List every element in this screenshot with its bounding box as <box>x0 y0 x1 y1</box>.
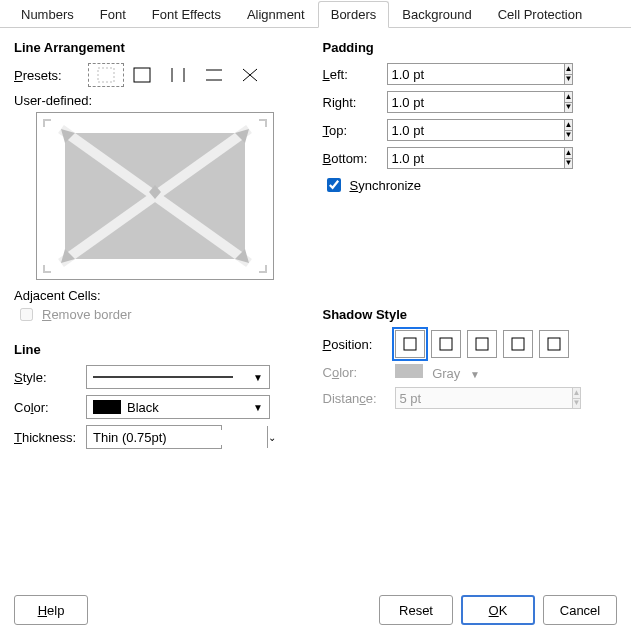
svg-rect-9 <box>43 119 45 127</box>
color-dropdown[interactable]: Black ▼ <box>86 395 270 419</box>
svg-rect-28 <box>512 338 524 350</box>
down-icon: ▼ <box>572 398 582 410</box>
up-icon[interactable]: ▲ <box>564 119 574 130</box>
svg-rect-11 <box>265 119 267 127</box>
tab-font[interactable]: Font <box>87 1 139 28</box>
shadow-distance-spinner: ▲▼ <box>395 387 495 409</box>
style-dropdown[interactable]: ▼ <box>86 365 270 389</box>
up-icon: ▲ <box>572 387 582 398</box>
svg-rect-0 <box>98 68 114 82</box>
tabs-bar: Numbers Font Font Effects Alignment Bord… <box>0 0 631 28</box>
svg-rect-29 <box>548 338 560 350</box>
shadow-color-name: Gray <box>432 366 460 381</box>
userdef-preview[interactable] <box>36 112 274 280</box>
down-icon[interactable]: ▼ <box>564 130 574 142</box>
up-icon[interactable]: ▲ <box>564 147 574 158</box>
down-icon[interactable]: ▼ <box>564 102 574 114</box>
color-label: Color: <box>14 400 86 415</box>
svg-rect-13 <box>43 265 45 273</box>
preset-none[interactable] <box>88 63 124 87</box>
reset-button[interactable]: Reset <box>379 595 453 625</box>
shadow-pos-label: Position: <box>323 337 395 352</box>
line-arrangement-heading: Line Arrangement <box>14 40 309 55</box>
svg-rect-1 <box>134 68 150 82</box>
up-icon[interactable]: ▲ <box>564 63 574 74</box>
svg-rect-25 <box>404 338 416 350</box>
tab-numbers[interactable]: Numbers <box>8 1 87 28</box>
shadow-none[interactable] <box>395 330 425 358</box>
synchronize-label: Synchronize <box>350 178 422 193</box>
pad-top-label: Top: <box>323 123 387 138</box>
preset-diag[interactable] <box>232 63 268 87</box>
shadow-color-swatch <box>395 364 423 378</box>
pad-bottom-label: Bottom: <box>323 151 387 166</box>
tab-cell-protection[interactable]: Cell Protection <box>485 1 596 28</box>
color-name: Black <box>127 400 247 415</box>
pad-left-spinner[interactable]: ▲▼ <box>387 63 487 85</box>
preset-tb[interactable] <box>196 63 232 87</box>
pad-left-label: Left: <box>323 67 387 82</box>
tab-background[interactable]: Background <box>389 1 484 28</box>
tab-borders[interactable]: Borders <box>318 1 390 28</box>
down-icon[interactable]: ▼ <box>564 158 574 170</box>
shadow-tl[interactable] <box>539 330 569 358</box>
pad-bottom-input[interactable] <box>387 147 564 169</box>
pad-left-input[interactable] <box>387 63 564 85</box>
chevron-down-icon: ▼ <box>253 402 263 413</box>
svg-rect-15 <box>265 265 267 273</box>
svg-rect-26 <box>440 338 452 350</box>
cancel-button[interactable]: Cancel <box>543 595 617 625</box>
preset-box[interactable] <box>124 63 160 87</box>
shadow-br[interactable] <box>503 330 533 358</box>
help-button[interactable]: Help <box>14 595 88 625</box>
chevron-down-icon: ▼ <box>253 372 263 383</box>
line-heading: Line <box>14 342 309 357</box>
color-swatch <box>93 400 121 414</box>
chevron-down-icon[interactable]: ⌄ <box>267 426 276 448</box>
style-label: Style: <box>14 370 86 385</box>
shadow-distance-label: Distance: <box>323 391 395 406</box>
presets-label: Presets: <box>14 68 86 83</box>
shadow-heading: Shadow Style <box>323 307 618 322</box>
padding-heading: Padding <box>323 40 618 55</box>
adjacent-cells-label: Adjacent Cells: <box>14 288 309 303</box>
remove-border-label: Remove border <box>42 307 132 322</box>
pad-bottom-spinner[interactable]: ▲▼ <box>387 147 487 169</box>
synchronize-checkbox[interactable] <box>327 178 341 192</box>
pad-top-input[interactable] <box>387 119 564 141</box>
up-icon[interactable]: ▲ <box>564 91 574 102</box>
chevron-down-icon: ▼ <box>470 369 480 380</box>
tab-alignment[interactable]: Alignment <box>234 1 318 28</box>
shadow-bl[interactable] <box>431 330 461 358</box>
thickness-combo[interactable]: ⌄ <box>86 425 222 449</box>
shadow-color-dropdown: Gray ▼ <box>395 364 579 381</box>
shadow-distance-input <box>395 387 572 409</box>
thickness-input[interactable] <box>87 430 267 445</box>
shadow-color-label: Color: <box>323 365 395 380</box>
preset-lr[interactable] <box>160 63 196 87</box>
thickness-label: Thickness: <box>14 430 86 445</box>
pad-right-label: Right: <box>323 95 387 110</box>
pad-right-spinner[interactable]: ▲▼ <box>387 91 487 113</box>
tab-font-effects[interactable]: Font Effects <box>139 1 234 28</box>
remove-border-checkbox <box>20 308 33 321</box>
shadow-tr[interactable] <box>467 330 497 358</box>
userdef-label: User-defined: <box>14 93 309 108</box>
pad-right-input[interactable] <box>387 91 564 113</box>
pad-top-spinner[interactable]: ▲▼ <box>387 119 487 141</box>
ok-button[interactable]: OK <box>461 595 535 625</box>
svg-rect-27 <box>476 338 488 350</box>
down-icon[interactable]: ▼ <box>564 74 574 86</box>
